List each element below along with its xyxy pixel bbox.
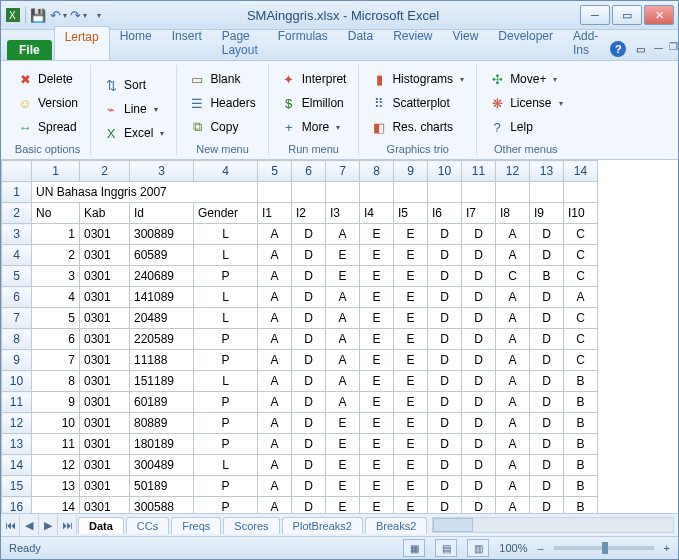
cell[interactable]: A — [326, 392, 360, 413]
row-header[interactable]: 8 — [2, 329, 32, 350]
cell[interactable]: D — [462, 308, 496, 329]
sheet-tab-scores[interactable]: Scores — [223, 517, 279, 534]
cell[interactable]: D — [462, 329, 496, 350]
cell[interactable]: A — [496, 413, 530, 434]
version-button[interactable]: ☺Version — [13, 92, 82, 114]
row-header[interactable]: 13 — [2, 434, 32, 455]
cell[interactable] — [258, 182, 292, 203]
undo-icon[interactable]: ↶▾ — [50, 7, 66, 23]
cell[interactable]: 141089 — [130, 287, 194, 308]
cell[interactable]: D — [428, 224, 462, 245]
cell[interactable]: E — [360, 455, 394, 476]
cell[interactable]: E — [394, 224, 428, 245]
row-header[interactable]: 4 — [2, 245, 32, 266]
cell[interactable]: E — [326, 497, 360, 514]
cell[interactable]: A — [496, 434, 530, 455]
spread-button[interactable]: ↔Spread — [13, 116, 82, 138]
column-header[interactable]: 8 — [360, 161, 394, 182]
cell[interactable]: D — [292, 245, 326, 266]
help-icon[interactable]: ? — [610, 41, 626, 57]
cell[interactable]: E — [326, 266, 360, 287]
row-header[interactable]: 12 — [2, 413, 32, 434]
cell[interactable] — [394, 182, 428, 203]
redo-icon[interactable]: ↷▾ — [70, 7, 86, 23]
sheet-tab-plotbreaks2[interactable]: PlotBreaks2 — [282, 517, 363, 534]
page-break-view-icon[interactable]: ▥ — [467, 539, 489, 557]
cell[interactable]: A — [258, 476, 292, 497]
cell[interactable]: A — [496, 245, 530, 266]
cell[interactable]: A — [326, 287, 360, 308]
column-header[interactable]: 13 — [530, 161, 564, 182]
column-header[interactable]: 7 — [326, 161, 360, 182]
tab-data[interactable]: Data — [338, 26, 383, 60]
cell[interactable]: A — [496, 392, 530, 413]
cell[interactable]: E — [360, 287, 394, 308]
cell[interactable]: 220589 — [130, 329, 194, 350]
cell[interactable]: 13 — [32, 476, 80, 497]
cell[interactable]: 0301 — [80, 476, 130, 497]
cell[interactable]: D — [428, 455, 462, 476]
column-header[interactable]: 3 — [130, 161, 194, 182]
minimize-ribbon-icon[interactable]: ▭ — [632, 41, 648, 57]
cell[interactable]: D — [462, 245, 496, 266]
cell[interactable]: Kab — [80, 203, 130, 224]
cell[interactable]: 50189 — [130, 476, 194, 497]
cell[interactable]: B — [564, 392, 598, 413]
cell[interactable]: I5 — [394, 203, 428, 224]
cell[interactable]: D — [530, 455, 564, 476]
cell[interactable]: 300588 — [130, 497, 194, 514]
cell[interactable]: D — [462, 476, 496, 497]
column-header[interactable]: 11 — [462, 161, 496, 182]
cell[interactable]: 0301 — [80, 350, 130, 371]
cell[interactable]: 4 — [32, 287, 80, 308]
cell[interactable]: A — [258, 266, 292, 287]
tab-page-layout[interactable]: Page Layout — [212, 26, 268, 60]
row-header[interactable]: 15 — [2, 476, 32, 497]
cell[interactable]: 60189 — [130, 392, 194, 413]
cell[interactable]: 0301 — [80, 413, 130, 434]
res-charts-button[interactable]: ◧Res. charts — [367, 116, 468, 138]
cell[interactable]: C — [564, 266, 598, 287]
page-layout-view-icon[interactable]: ▤ — [435, 539, 457, 557]
cell[interactable]: E — [360, 476, 394, 497]
cell[interactable]: D — [462, 224, 496, 245]
cell[interactable]: 0301 — [80, 371, 130, 392]
cell[interactable]: E — [394, 392, 428, 413]
cell[interactable]: A — [258, 413, 292, 434]
cell[interactable]: 0301 — [80, 497, 130, 514]
cell[interactable]: D — [428, 245, 462, 266]
line-button[interactable]: ⌁Line▾ — [99, 98, 168, 120]
cell[interactable]: D — [530, 224, 564, 245]
cell[interactable]: I9 — [530, 203, 564, 224]
column-header[interactable]: 14 — [564, 161, 598, 182]
cell[interactable]: B — [564, 371, 598, 392]
column-header[interactable]: 12 — [496, 161, 530, 182]
cell[interactable]: 1 — [32, 224, 80, 245]
sort-button[interactable]: ⇅Sort — [99, 74, 168, 96]
cell[interactable]: A — [326, 329, 360, 350]
sheet-tab-freqs[interactable]: Freqs — [171, 517, 221, 534]
row-header[interactable]: 14 — [2, 455, 32, 476]
cell[interactable]: A — [258, 224, 292, 245]
copy-button[interactable]: ⧉Copy — [185, 116, 259, 138]
cell[interactable]: E — [360, 434, 394, 455]
cell[interactable]: D — [428, 350, 462, 371]
normal-view-icon[interactable]: ▦ — [403, 539, 425, 557]
tab-home[interactable]: Home — [110, 26, 162, 60]
row-header[interactable]: 6 — [2, 287, 32, 308]
cell[interactable]: D — [530, 245, 564, 266]
sheet-nav-first-icon[interactable]: ⏮ — [1, 515, 20, 535]
cell[interactable]: A — [496, 371, 530, 392]
cell[interactable]: B — [564, 413, 598, 434]
cell[interactable] — [292, 182, 326, 203]
cell[interactable]: D — [530, 371, 564, 392]
spreadsheet-grid[interactable]: 12345678910111213141UN Bahasa Inggris 20… — [1, 160, 678, 513]
cell[interactable]: E — [326, 434, 360, 455]
cell[interactable]: A — [496, 497, 530, 514]
cell[interactable]: A — [258, 329, 292, 350]
cell[interactable]: D — [530, 392, 564, 413]
cell[interactable]: A — [326, 224, 360, 245]
column-header[interactable]: 4 — [194, 161, 258, 182]
cell[interactable]: A — [496, 224, 530, 245]
cell[interactable]: E — [360, 266, 394, 287]
